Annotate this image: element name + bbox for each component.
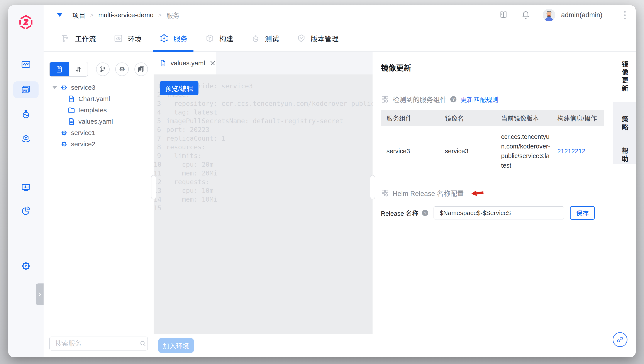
components-icon <box>381 95 389 104</box>
tree-item-label: Chart.yaml <box>79 95 110 102</box>
workflow-icon <box>61 34 70 43</box>
breadcrumb-project-name[interactable]: multi-service-demo <box>98 11 153 19</box>
editor-footer: 加入环境 <box>154 334 373 357</box>
line-number: 6 <box>154 126 166 134</box>
list-view-button[interactable] <box>50 62 69 76</box>
app-window: PM Z <box>8 5 636 357</box>
more-menu-icon[interactable] <box>624 11 626 19</box>
preview-edit-button[interactable]: 预览/编辑 <box>160 81 199 95</box>
tree-item-values-yaml[interactable]: values.yaml <box>44 116 154 127</box>
tab-tests[interactable]: 测试 <box>245 25 285 52</box>
helm-release-section-header: Helm Release 名称配置 <box>381 188 604 198</box>
col-build-info: 构建信息/操作 <box>557 114 598 122</box>
help-icon[interactable]: ? <box>450 96 457 103</box>
save-button[interactable]: 保存 <box>570 206 595 220</box>
svg-text:HELM: HELM <box>63 87 67 88</box>
help-icon[interactable]: ? <box>421 209 429 216</box>
breadcrumb-dropdown-icon[interactable] <box>57 13 62 17</box>
panel-resize-handle-left[interactable] <box>151 175 156 200</box>
share-link-button[interactable] <box>613 332 627 347</box>
cell-image-name: service3 <box>445 148 501 155</box>
tree-item-chart-yaml[interactable]: Chart.yaml <box>44 93 154 104</box>
tab-environments[interactable]: 环境 <box>108 25 148 52</box>
notification-bell-icon[interactable] <box>521 10 530 20</box>
folder-icon <box>68 106 75 114</box>
code-line: 7replicaCount: 1 <box>154 134 373 143</box>
caret-down-icon[interactable] <box>52 86 57 89</box>
tab-services[interactable]: 服务 <box>153 25 194 52</box>
components-icon <box>381 189 389 197</box>
projects-icon: PM <box>21 85 31 95</box>
top-header: 项目 > multi-service-demo > 服务 <box>44 5 636 25</box>
update-match-rules-link[interactable]: 更新匹配规则 <box>461 95 498 104</box>
sidebar-item-test-lab[interactable] <box>13 106 39 122</box>
tab-builds[interactable]: 构建 <box>199 25 239 52</box>
tree-item-templates[interactable]: templates <box>44 104 154 116</box>
sidebar-item-data-report[interactable] <box>13 202 39 219</box>
tree-item-label: values.yaml <box>79 118 113 125</box>
chain-link-icon <box>616 336 624 344</box>
sidebar-item-dashboard[interactable] <box>13 56 39 73</box>
annotation-arrow-icon <box>471 190 484 196</box>
sidebar-collapse-handle[interactable] <box>36 284 44 305</box>
code-lines: 1nameOverride: service32image:3 reposito… <box>154 82 373 212</box>
side-tab-image-update[interactable]: 镜像更新 <box>613 52 636 102</box>
icon-rail: PM Z <box>8 5 44 357</box>
line-text: cpu: 20m <box>166 160 214 169</box>
code-line: 4 tag: latest <box>154 108 373 117</box>
line-text: port: 20223 <box>166 126 210 134</box>
sort-view-button[interactable] <box>69 62 88 76</box>
service-template-button[interactable] <box>134 62 148 76</box>
tab-workflows[interactable]: 工作流 <box>55 25 102 52</box>
release-name-input[interactable] <box>434 206 564 220</box>
git-source-button[interactable] <box>96 62 110 76</box>
sidebar-item-settings[interactable]: Z <box>13 258 39 274</box>
section-title: 检测到的服务组件 <box>393 94 447 104</box>
git-branch-icon <box>99 66 107 73</box>
service-tree-panel: HELM <box>44 52 154 357</box>
line-number: 9 <box>154 152 166 160</box>
service-search-box[interactable] <box>49 336 148 350</box>
section-title: Helm Release 名称配置 <box>393 188 464 198</box>
tab-releases[interactable]: 版本管理 <box>291 25 345 52</box>
helm-chart-button[interactable]: HELM <box>115 62 129 76</box>
side-tab-help[interactable]: 帮助 <box>613 140 636 171</box>
panel-resize-handle-right[interactable] <box>370 175 375 200</box>
line-text: tag: latest <box>166 108 217 117</box>
sidebar-item-projects[interactable]: PM <box>13 82 39 98</box>
pie-chart-icon <box>21 206 31 216</box>
code-line: 12 requests: <box>154 178 373 186</box>
tree-item-service1[interactable]: HELM service1 <box>44 127 154 138</box>
components-table: 服务组件 镜像名 当前镜像版本 构建信息/操作 service3 service… <box>381 110 604 176</box>
code-line: 10 cpu: 20m <box>154 160 373 169</box>
svg-text:HELM: HELM <box>121 68 124 70</box>
col-service: 服务组件 <box>386 114 445 122</box>
search-input[interactable] <box>55 340 140 347</box>
user-name[interactable]: admin(admin) <box>561 11 602 19</box>
sidebar-item-insight[interactable] <box>13 180 39 196</box>
build-info-link[interactable]: 21212212 <box>557 148 598 155</box>
svg-text:HELM: HELM <box>63 143 67 145</box>
join-environment-button[interactable]: 加入环境 <box>158 338 194 353</box>
editor-tab-label: values.yaml <box>171 60 205 67</box>
search-icon <box>140 340 146 347</box>
code-editor[interactable]: 1nameOverride: service32image:3 reposito… <box>154 74 373 334</box>
svg-text:PM: PM <box>23 90 27 92</box>
tree-item-service3[interactable]: HELM service3 <box>44 82 154 93</box>
code-line: 5imagePullSecretsName: default-registry-… <box>154 117 373 126</box>
docs-icon[interactable] <box>499 10 508 20</box>
service-tree: HELM service3 Chart.yaml <box>44 82 154 336</box>
file-icon <box>68 95 75 103</box>
tree-item-service2[interactable]: HELM service2 <box>44 138 154 150</box>
editor-tab-values-yaml[interactable]: values.yaml <box>154 52 216 74</box>
sidebar-item-delivery[interactable] <box>13 130 39 147</box>
line-text: limits: <box>166 152 202 160</box>
zadig-logo-icon <box>18 14 34 30</box>
line-number: 10 <box>154 160 166 169</box>
close-icon[interactable] <box>209 60 216 67</box>
tree-item-label: templates <box>79 106 107 114</box>
avatar[interactable] <box>543 9 555 21</box>
helm-service-icon: HELM <box>60 129 68 137</box>
breadcrumb-projects[interactable]: 项目 <box>72 10 85 20</box>
side-tab-policy[interactable]: 策略 <box>613 108 636 140</box>
